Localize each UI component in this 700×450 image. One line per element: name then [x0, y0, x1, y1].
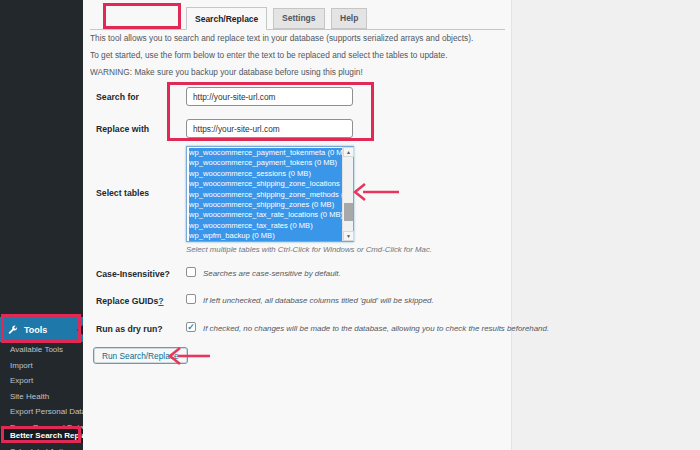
- table-option[interactable]: wp_woocommerce_payment_tokens (0 MB): [189, 158, 342, 168]
- replace-guids-description: If left unchecked, all database columns …: [203, 296, 434, 305]
- table-option[interactable]: wp_woocommerce_tax_rate_locations (0 MB): [189, 210, 342, 220]
- dry-run-label: Run as dry run?: [96, 324, 163, 334]
- case-insensitive-description: Searches are case-sensitive by default.: [203, 269, 341, 278]
- intro-line-2: To get started, use the form below to en…: [90, 50, 508, 60]
- sidebar-item-site-health[interactable]: Site Health: [0, 390, 83, 404]
- table-option[interactable]: wp_woocommerce_sessions (0 MB): [189, 169, 342, 179]
- table-option[interactable]: wp_woocommerce_shipping_zone_methods (0 …: [189, 190, 342, 200]
- dry-run-description: If checked, no changes will be made to t…: [203, 324, 549, 333]
- tables-help-text: Select multiple tables with Ctrl-Click f…: [186, 245, 432, 254]
- warning-line: WARNING: Make sure you backup your datab…: [90, 67, 508, 77]
- table-option[interactable]: wp_woocommerce_payment_tokenmeta (0 MB): [189, 148, 342, 158]
- select-tables-label: Select tables: [96, 188, 149, 198]
- replace-guids-label: Replace GUIDs?: [96, 296, 164, 306]
- search-for-input[interactable]: [186, 87, 353, 106]
- sidebar-item-scheduled-actions[interactable]: Scheduled Actions: [0, 445, 83, 450]
- replace-with-input[interactable]: [186, 119, 353, 138]
- dry-run-checkbox[interactable]: ✓: [186, 322, 196, 332]
- table-option[interactable]: wp_woocommerce_shipping_zone_locations (…: [189, 179, 342, 189]
- admin-sidebar: Tools Available ToolsImportExportSite He…: [0, 0, 83, 450]
- better-search-replace-page: Tools Available ToolsImportExportSite He…: [0, 0, 700, 450]
- intro-line-1: This tool allows you to search and repla…: [90, 33, 508, 43]
- tab-help[interactable]: Help: [331, 8, 367, 29]
- main-content: Search/ReplaceSettingsHelp This tool all…: [83, 0, 512, 450]
- scroll-down-icon[interactable]: ▼: [343, 231, 354, 241]
- sidebar-item-export[interactable]: Export: [0, 374, 83, 388]
- replace-guids-checkbox[interactable]: [186, 294, 196, 304]
- case-insensitive-checkbox[interactable]: [186, 267, 196, 277]
- listbox-scrollbar[interactable]: ▲ ▼: [342, 147, 353, 241]
- run-search-replace-button[interactable]: Run Search/Replace: [93, 347, 188, 364]
- guids-help-link[interactable]: ?: [158, 296, 163, 306]
- sidebar-item-better-search-replace[interactable]: Better Search Replace: [0, 429, 83, 443]
- replace-with-label: Replace with: [96, 124, 149, 134]
- tab-settings[interactable]: Settings: [273, 8, 325, 29]
- sidebar-item-tools[interactable]: Tools: [0, 317, 83, 342]
- tables-list: wp_woocommerce_payment_tokenmeta (0 MB)w…: [187, 147, 342, 241]
- search-for-label: Search for: [96, 92, 139, 102]
- tabbar-divider: [90, 29, 505, 30]
- table-option[interactable]: wp_woocommerce_shipping_zones (0 MB): [189, 200, 342, 210]
- sidebar-item-available-tools[interactable]: Available Tools: [0, 343, 83, 357]
- sidebar-item-import[interactable]: Import: [0, 359, 83, 373]
- case-insensitive-label: Case-Insensitive?: [96, 269, 170, 279]
- scroll-up-icon[interactable]: ▲: [343, 147, 354, 157]
- sidebar-item-export-personal-data[interactable]: Export Personal Data: [0, 405, 83, 419]
- sidebar-tools-label: Tools: [24, 325, 47, 335]
- wrench-icon: [8, 325, 18, 335]
- table-option[interactable]: wp_woocommerce_tax_rates (0 MB): [189, 221, 342, 231]
- tab-search-replace[interactable]: Search/Replace: [186, 7, 267, 30]
- scrollbar-thumb[interactable]: [344, 203, 353, 221]
- tables-listbox[interactable]: wp_woocommerce_payment_tokenmeta (0 MB)w…: [186, 146, 354, 242]
- replace-guids-text: Replace GUIDs: [96, 296, 158, 306]
- table-option[interactable]: wp_wpfm_backup (0 MB): [189, 231, 342, 241]
